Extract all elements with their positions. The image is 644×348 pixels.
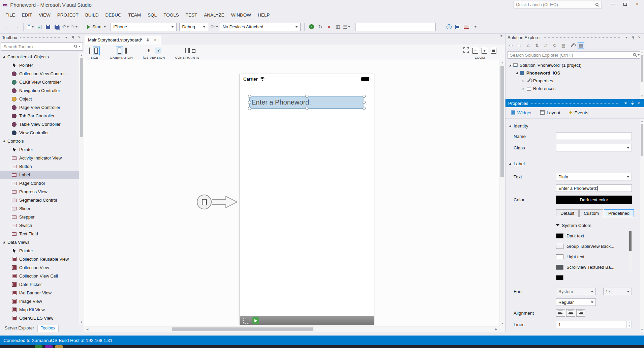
canvas-vertical-scrollbar[interactable]: ▲ ▼	[499, 60, 505, 326]
resize-handle[interactable]	[248, 101, 251, 104]
scroll-left-icon[interactable]: ◀	[84, 326, 90, 332]
toolbox-item-button[interactable]: Button	[0, 162, 79, 171]
navigate-forward-icon[interactable]: →	[12, 23, 21, 31]
scroll-down-icon[interactable]: ▼	[79, 320, 84, 325]
solution-explorer-scrollbar[interactable]: ▲ ▼	[640, 50, 644, 99]
toolbox-item-pointer[interactable]: Pointer	[0, 145, 79, 154]
feedback-icon[interactable]	[462, 23, 470, 31]
menu-item-view[interactable]: VIEW	[35, 11, 54, 19]
font-family-combo[interactable]: System	[556, 288, 596, 295]
chevron-down-icon[interactable]	[623, 100, 628, 106]
toolbox-item-tab-bar-controller[interactable]: Tab Bar Controller	[0, 112, 79, 120]
toolbox-item-opengl-es-view[interactable]: OpenGL ES View	[0, 314, 79, 322]
menu-item-analyze[interactable]: ANALYZE	[201, 11, 228, 19]
build-status-icon[interactable]: ✓	[307, 23, 315, 31]
toolbox-item-collection-view-cell[interactable]: Collection View Cell	[0, 272, 79, 280]
toolbox-item-pointer[interactable]: Pointer	[0, 246, 79, 255]
menu-item-build[interactable]: BUILD	[82, 11, 102, 19]
refresh-icon[interactable]: ↻	[551, 42, 558, 49]
toolbox-item-iad-banner-view[interactable]: iAd Banner View	[0, 289, 79, 297]
toolbox-item-stepper[interactable]: Stepper	[0, 213, 79, 221]
redo-icon[interactable]: ↷	[70, 23, 78, 31]
collapsed-triangle-icon[interactable]: ▷	[521, 79, 526, 83]
zoom-out-icon[interactable]: −	[472, 48, 478, 54]
attach-icon[interactable]	[210, 23, 218, 31]
toolbox-item-label[interactable]: Label	[0, 171, 79, 179]
scroll-right-icon[interactable]: ▶	[493, 326, 499, 332]
toolbox-item-collection-view[interactable]: Collection View	[0, 263, 79, 272]
toolbox-item-progress-view[interactable]: Progress View	[0, 187, 79, 196]
menu-item-debug[interactable]: DEBUG	[102, 11, 125, 19]
document-list-chevron-icon[interactable]	[500, 37, 502, 42]
resize-handle[interactable]	[305, 95, 308, 98]
save-icon[interactable]	[44, 23, 52, 31]
menu-item-project[interactable]: PROJECT	[54, 11, 82, 19]
chevron-down-icon[interactable]	[64, 35, 69, 40]
scroll-thumb[interactable]	[641, 55, 643, 82]
tab-layout[interactable]: Layout	[540, 110, 560, 116]
toolbox-item-page-control[interactable]: Page Control	[0, 179, 79, 187]
toolbox-item-pointer[interactable]: Pointer	[0, 61, 79, 69]
system-color-light-text[interactable]: Light text	[556, 252, 632, 262]
class-combo[interactable]	[556, 144, 632, 151]
segue-source-icon[interactable]	[197, 195, 212, 209]
new-file-icon[interactable]	[26, 23, 34, 31]
toolbox-item-slider[interactable]: Slider	[0, 204, 79, 213]
back-icon[interactable]: ⇦	[508, 42, 514, 49]
solution-node-references[interactable]: ▷References	[505, 85, 640, 92]
menu-item-tools[interactable]: TOOLS	[160, 11, 182, 19]
toolbox-item-activity-indicator-view[interactable]: Activity Indicator View	[0, 154, 79, 162]
resize-handle[interactable]	[363, 95, 366, 98]
taskbar-icon[interactable]	[35, 345, 42, 348]
pin-icon[interactable]	[630, 100, 635, 106]
zoom-fit-icon[interactable]	[463, 47, 469, 54]
default-button[interactable]: Default	[556, 209, 579, 217]
solution-node-solution-phoneword-1-project[interactable]: Solution 'Phoneword' (1 project)	[505, 61, 640, 69]
toolbox-item-collection-view-control[interactable]: Collection View Control...	[0, 69, 79, 78]
exit-segue-icon[interactable]	[252, 317, 259, 324]
iphone-design-surface[interactable]: Carrier Enter a Phoneword:	[240, 74, 374, 325]
columns-icon[interactable]: ▦	[334, 23, 342, 31]
color-value-button[interactable]: Dark text color	[556, 196, 632, 204]
scroll-down-icon[interactable]: ▼	[640, 327, 644, 332]
label-text-input[interactable]: Enter a Phoneword:	[556, 184, 632, 192]
start-debug-button[interactable]: Start	[85, 24, 108, 30]
solution-explorer-search-input[interactable]: Search Solution Explorer (Ctrl+;)	[508, 51, 642, 59]
resize-handle[interactable]	[305, 107, 308, 110]
orientation-portrait-button[interactable]	[116, 47, 123, 55]
toolbox-item-object[interactable]: Object	[0, 95, 79, 103]
restore-button[interactable]	[619, 0, 631, 8]
toolbar-overflow-icon[interactable]	[471, 23, 479, 31]
collapse-all-icon[interactable]: ▤	[560, 42, 567, 49]
toolbox-item-image-view[interactable]: Image View	[0, 297, 79, 306]
custom-button[interactable]: Custom	[579, 209, 603, 217]
chevron-down-icon[interactable]	[624, 35, 629, 40]
font-style-combo[interactable]: Regular	[556, 298, 596, 306]
toolbox-item-segmented-control[interactable]: Segmented Control	[0, 196, 79, 204]
pin-icon[interactable]	[145, 37, 150, 43]
menu-item-test[interactable]: TEST	[182, 11, 201, 19]
tab-widget[interactable]: Widget	[511, 110, 531, 116]
scroll-down-icon[interactable]: ▼	[499, 321, 505, 326]
document-tab-mainstoryboard[interactable]: MainStoryboard.storyboard* ×	[85, 35, 161, 45]
stepper-arrows[interactable]: ▲▼	[626, 321, 632, 328]
properties-header[interactable]: Properties ×	[505, 99, 644, 107]
close-tab-icon[interactable]: ×	[153, 37, 158, 43]
toolbox-item-table-view-controller[interactable]: Table View Controller	[0, 120, 79, 128]
menu-item-file[interactable]: FILE	[2, 11, 19, 19]
toolbox-scrollbar[interactable]: ▲ ▼	[79, 53, 84, 325]
tab-events[interactable]: Events	[569, 110, 588, 116]
system-color-dark-text[interactable]: Dark text	[556, 231, 632, 241]
solution-explorer-header[interactable]: Solution Explorer ×	[505, 34, 644, 41]
close-icon[interactable]: ×	[76, 35, 82, 40]
orientation-landscape-button[interactable]	[125, 48, 127, 53]
collapsed-triangle-icon[interactable]: ▷	[521, 87, 526, 90]
forward-icon[interactable]: ⇨	[516, 42, 523, 49]
scroll-up-icon[interactable]: ▲	[499, 60, 505, 65]
selected-label-control[interactable]: Enter a Phoneword:	[249, 96, 364, 109]
name-input[interactable]	[556, 133, 632, 140]
scroll-thumb[interactable]	[172, 327, 313, 331]
ios-version-7-button[interactable]: 7	[155, 47, 162, 54]
resize-handle[interactable]	[248, 95, 251, 98]
menu-item-window[interactable]: WINDOW	[228, 11, 254, 19]
